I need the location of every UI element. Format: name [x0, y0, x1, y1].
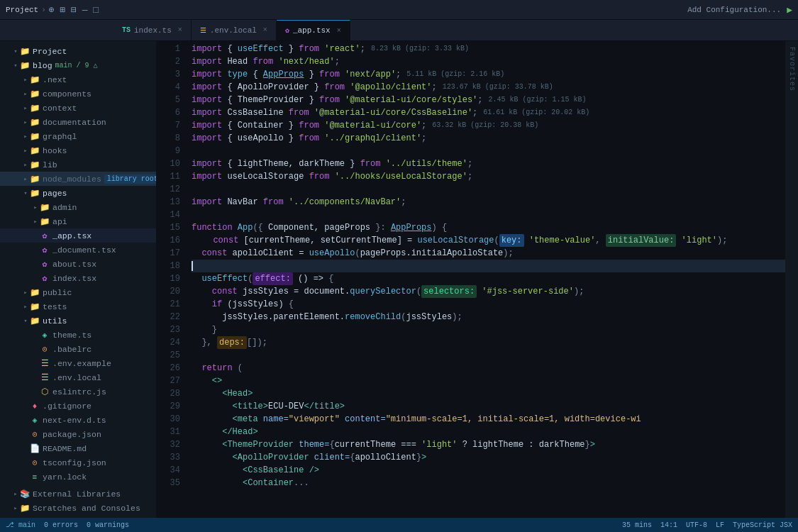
- chevron-right-icon: ▸: [31, 204, 40, 211]
- scratches-consoles-label: Scratches and Consoles: [33, 504, 140, 513]
- status-right: 35 mins 14:1 UTF-8 LF TypeScript JSX: [622, 521, 792, 529]
- components-folder-icon: 📁: [30, 89, 40, 99]
- code-line-4: import { ApolloProvider } from '@apollo/…: [192, 81, 785, 94]
- tsx-file-icon: ✿: [40, 231, 50, 240]
- node-modules-folder-label: node_modules: [43, 174, 101, 184]
- chevron-down-icon: ▾: [21, 189, 30, 197]
- tab-close-app-tsx[interactable]: ×: [337, 27, 341, 35]
- readme-file-item[interactable]: 📄 README.md: [0, 441, 156, 455]
- code-line-12: [192, 183, 785, 196]
- warning-count: 0 warnings: [87, 521, 129, 529]
- chevron-right-icon: ▸: [21, 175, 30, 183]
- add-configuration-button[interactable]: Add Configuration...: [687, 6, 781, 14]
- scratches-consoles-item[interactable]: ▸ 📁 Scratches and Consoles: [0, 501, 156, 515]
- chevron-right-icon: ▸: [11, 504, 20, 512]
- api-folder-item[interactable]: ▸ 📁 api: [0, 214, 156, 228]
- code-line-14: [192, 209, 785, 221]
- utils-folder-item[interactable]: ▾ 📁 utils: [0, 314, 156, 328]
- eslintrc-file-item[interactable]: ⬡ eslintrc.js: [0, 384, 156, 399]
- index-tsx-file-label: index.tsx: [52, 274, 96, 283]
- graphql-folder-item[interactable]: ▸ 📁 graphql: [0, 129, 156, 143]
- env-local-file-label: .env.local: [52, 373, 101, 382]
- tsx-file-icon: ✿: [40, 259, 50, 269]
- document-tsx-file-item[interactable]: ✿ _document.tsx: [0, 243, 156, 257]
- chevron-right-icon: ▸: [21, 118, 30, 126]
- code-line-32: <ThemeProvider theme={currentTheme === '…: [192, 438, 785, 451]
- next-env-ts-file-item[interactable]: ◈ next-env.d.ts: [0, 413, 156, 427]
- api-folder-label: api: [52, 217, 67, 226]
- tab-index-ts-label: index.ts: [134, 26, 172, 35]
- library-root-badge: library root: [104, 174, 156, 184]
- tsconfig-file-item[interactable]: ⊙ tsconfig.json: [0, 455, 156, 470]
- env-local-file-item[interactable]: ☰ .env.local: [0, 370, 156, 384]
- toolbar-actions[interactable]: ⊕ ⊞ ⊟ — □: [49, 4, 99, 16]
- theme-ts-file-label: theme.ts: [52, 331, 92, 340]
- js-file-icon: ⬡: [40, 387, 50, 397]
- tab-close-env-local[interactable]: ×: [263, 26, 267, 34]
- public-folder-icon: 📁: [30, 287, 40, 297]
- editor-area[interactable]: 12345 678910 1112131415 1617181920 21222…: [156, 41, 785, 518]
- graphql-folder-label: graphql: [43, 132, 77, 141]
- app-tsx-file-item[interactable]: ✿ _app.tsx: [0, 228, 156, 243]
- ts-file-icon: ◈: [30, 415, 40, 425]
- documentation-folder-icon: 📁: [30, 117, 40, 127]
- json-file-icon: ⊙: [30, 429, 40, 439]
- about-tsx-file-item[interactable]: ✿ about.tsx: [0, 257, 156, 271]
- babelrc-file-item[interactable]: ⊙ .babelrc: [0, 342, 156, 356]
- gitignore-file-item[interactable]: ♦ .gitignore: [0, 399, 156, 413]
- tab-app-tsx-label: _app.tsx: [293, 26, 331, 35]
- next-folder-item[interactable]: ▸ 📁 .next: [0, 72, 156, 87]
- admin-folder-icon: 📁: [40, 202, 50, 212]
- yaml-file-icon: ≡: [30, 472, 40, 482]
- code-line-15: function App({ Component, pageProps }: A…: [192, 221, 785, 234]
- file-tree-sidebar[interactable]: ▾ 📁 Project ▾ 📁 blog main / 9 △ ▸ 📁 .nex…: [0, 41, 156, 518]
- project-root-item[interactable]: ▾ 📁 Project: [0, 44, 156, 58]
- documentation-folder-item[interactable]: ▸ 📁 documentation: [0, 115, 156, 129]
- code-editor[interactable]: import { useEffect } from 'react'; 8.23 …: [186, 41, 785, 518]
- hooks-folder-icon: 📁: [30, 145, 40, 155]
- tests-folder-item[interactable]: ▸ 📁 tests: [0, 299, 156, 314]
- index-tsx-file-item[interactable]: ✿ index.tsx: [0, 271, 156, 285]
- external-libraries-item[interactable]: ▸ 📚 External Libraries: [0, 487, 156, 501]
- components-folder-item[interactable]: ▸ 📁 components: [0, 87, 156, 101]
- tab-close-index-ts[interactable]: ×: [178, 26, 182, 34]
- yarn-lock-file-item[interactable]: ≡ yarn.lock: [0, 470, 156, 484]
- chevron-down-icon: ▾: [21, 317, 30, 325]
- file-type-indicator: TypeScript JSX: [733, 521, 792, 529]
- json-file-icon: ⊙: [40, 344, 50, 354]
- run-button[interactable]: ▶: [787, 4, 792, 16]
- lib-folder-item[interactable]: ▸ 📁 lib: [0, 157, 156, 172]
- env-example-file-item[interactable]: ☰ .env.example: [0, 356, 156, 370]
- code-line-10: import { lightTheme, darkTheme } from '.…: [192, 157, 785, 170]
- chevron-down-icon: ▾: [11, 48, 20, 55]
- error-count: 0 errors: [44, 521, 78, 529]
- file-encoding: UTF-8: [686, 521, 707, 529]
- pages-folder-item[interactable]: ▾ 📁 pages: [0, 186, 156, 200]
- public-folder-item[interactable]: ▸ 📁 public: [0, 285, 156, 299]
- main-content: ▾ 📁 Project ▾ 📁 blog main / 9 △ ▸ 📁 .nex…: [0, 41, 798, 518]
- tab-app-tsx[interactable]: ✿ _app.tsx ×: [277, 20, 350, 40]
- chevron-down-icon: ▾: [11, 62, 20, 70]
- theme-ts-file-item[interactable]: ◈ theme.ts: [0, 328, 156, 342]
- code-line-34: <CssBaseline />: [192, 464, 785, 477]
- env-file-icon: ☰: [40, 358, 50, 368]
- next-folder-icon: 📁: [30, 74, 40, 84]
- admin-folder-item[interactable]: ▸ 📁 admin: [0, 200, 156, 214]
- graphql-folder-icon: 📁: [30, 131, 40, 141]
- readme-file-label: README.md: [43, 444, 87, 453]
- code-line-31: </Head>: [192, 426, 785, 438]
- code-line-30: <meta name="viewport" content="minimum-s…: [192, 413, 785, 426]
- package-json-file-item[interactable]: ⊙ package.json: [0, 427, 156, 441]
- next-folder-label: .next: [43, 75, 67, 84]
- tab-bar: TS index.ts × ☰ .env.local × ✿ _app.tsx …: [0, 20, 798, 41]
- tab-index-ts[interactable]: TS index.ts ×: [113, 20, 192, 40]
- scratches-folder-icon: 📁: [20, 503, 30, 513]
- code-line-26: return (: [192, 362, 785, 375]
- hooks-folder-item[interactable]: ▸ 📁 hooks: [0, 143, 156, 157]
- code-line-21: if (jssStyles) {: [192, 298, 785, 311]
- context-folder-item[interactable]: ▸ 📁 context: [0, 101, 156, 115]
- node-modules-folder-item[interactable]: ▸ 📁 node_modules library root: [0, 172, 156, 186]
- tab-env-local[interactable]: ☰ .env.local ×: [192, 20, 277, 40]
- code-line-5: import { ThemeProvider } from '@material…: [192, 94, 785, 106]
- blog-root-item[interactable]: ▾ 📁 blog main / 9 △: [0, 58, 156, 72]
